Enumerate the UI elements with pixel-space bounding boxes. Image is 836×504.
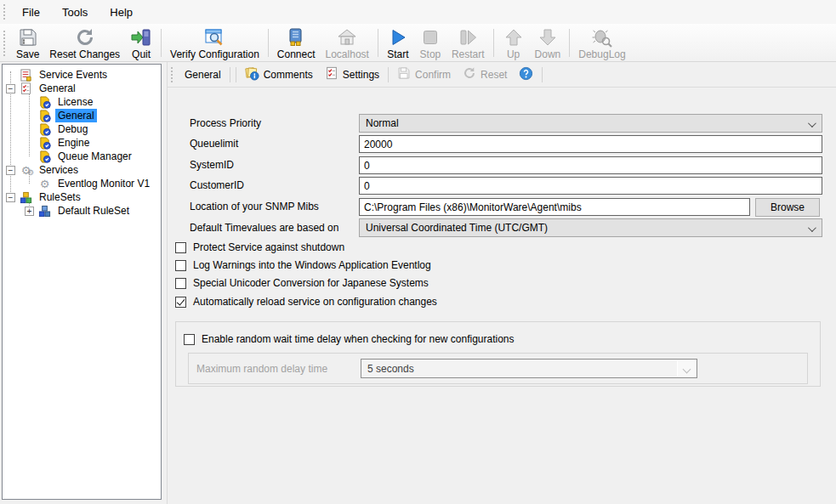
connect-button[interactable]: Connect [272, 25, 321, 61]
checkbox-icon[interactable] [175, 242, 186, 253]
menu-tools[interactable]: Tools [51, 0, 99, 24]
snmp-mibs-label: Location of your SNMP Mibs [190, 197, 319, 216]
save-button[interactable]: Save [11, 25, 44, 61]
menu-bar: File Tools Help [0, 0, 836, 24]
random-delay-inner-panel: Maximum random delay time 5 seconds [188, 353, 808, 384]
agent-check-icon [38, 110, 51, 122]
config-tree: Service Events − General License General [2, 64, 162, 500]
checkbox-icon[interactable] [175, 278, 186, 289]
tab-general[interactable]: General [179, 62, 227, 87]
toolbar-separator [268, 29, 269, 57]
help-button[interactable] [513, 62, 539, 87]
agent-check-icon [38, 137, 51, 150]
tree-item-default-ruleset[interactable]: + Default RuleSet [25, 204, 132, 218]
reset-arrows-icon [463, 66, 476, 82]
reset-arrows-icon [74, 26, 96, 48]
collapse-icon[interactable]: − [6, 166, 15, 175]
tab-comments[interactable]: Comments [239, 62, 319, 87]
floppy-disk-icon [397, 66, 411, 82]
toolbar-gripper[interactable] [171, 67, 174, 82]
queuelimit-label: Queuelimit [190, 134, 238, 153]
reset-changes-button[interactable]: Reset Changes [44, 25, 125, 61]
secondary-toolbar: General Comments Settings [168, 62, 836, 88]
exit-door-icon [130, 26, 152, 48]
snmp-mibs-field[interactable] [359, 198, 750, 216]
tree-item-engine[interactable]: Engine [38, 136, 92, 150]
debuglog-button[interactable]: DebugLog [573, 25, 630, 61]
toolbar-separator [493, 29, 494, 57]
event-log-icon [20, 69, 32, 82]
tree-item-rulesets[interactable]: − RuleSets [6, 190, 83, 204]
timevalues-select[interactable]: Universal Coordinated Time (UTC/GMT) [359, 218, 822, 237]
collapse-icon[interactable]: − [6, 84, 15, 93]
enable-random-delay-checkbox[interactable]: Enable random wait time delay when check… [184, 332, 515, 346]
unicode-conversion-checkbox[interactable]: Special Unicoder Conversion for Japanese… [175, 276, 429, 290]
checkbox-icon[interactable] [184, 334, 195, 345]
log-warnings-checkbox[interactable]: Log Warnings into the Windows Applicatio… [175, 258, 431, 272]
menu-file[interactable]: File [11, 0, 51, 24]
max-random-delay-select: 5 seconds [361, 359, 697, 378]
agent-check-icon [38, 150, 51, 163]
agent-check-icon [38, 123, 51, 136]
checkbox-icon[interactable] [175, 260, 186, 271]
stop-icon [419, 26, 441, 48]
agent-check-icon [38, 96, 51, 109]
tree-item-general[interactable]: General [38, 109, 97, 122]
tree-item-services[interactable]: − ⚙ ⚙ Services [6, 163, 81, 177]
tree-item-license[interactable]: License [38, 95, 95, 109]
house-icon [336, 26, 358, 48]
localhost-button[interactable]: Localhost [321, 25, 374, 61]
help-icon [519, 66, 533, 83]
tree-item-debug[interactable]: Debug [38, 122, 90, 136]
quit-button[interactable]: Quit [125, 25, 157, 61]
gear-icon: ⚙ [38, 178, 51, 190]
bug-icon [591, 26, 613, 48]
toolbar-gripper[interactable] [3, 31, 7, 56]
tree-connector-line [29, 90, 30, 156]
auto-reload-checkbox[interactable]: Automatically reload service on configur… [175, 295, 437, 309]
cubes-icon [20, 191, 32, 204]
toolbar-separator [569, 29, 570, 57]
toolbar-gripper[interactable] [3, 4, 7, 20]
arrow-down-icon [537, 26, 559, 48]
toolbar-separator [388, 67, 389, 82]
tab-settings[interactable]: Settings [319, 62, 385, 87]
browse-button[interactable]: Browse [755, 198, 820, 217]
tree-item-eventlog-monitor[interactable]: ⚙ Eventlog Monitor V1 [38, 177, 152, 190]
tree-item-service-events[interactable]: Service Events [20, 68, 110, 82]
menu-help[interactable]: Help [99, 0, 144, 24]
verify-configuration-button[interactable]: Verify Configuration [165, 25, 264, 61]
play-icon [387, 26, 409, 48]
protect-service-checkbox[interactable]: Protect Service against shutdown [175, 241, 344, 254]
gears-icon: ⚙ ⚙ [20, 164, 32, 177]
toolbar-separator [542, 67, 543, 82]
toolbar-separator [236, 67, 236, 82]
start-button[interactable]: Start [382, 25, 414, 61]
confirm-button[interactable]: Confirm [391, 62, 457, 87]
down-button[interactable]: Down [530, 25, 566, 61]
process-priority-select[interactable]: Normal [359, 114, 822, 133]
max-random-delay-label: Maximum random delay time [196, 354, 327, 383]
stop-button[interactable]: Stop [414, 25, 446, 61]
toolbar-separator [161, 29, 162, 57]
systemid-field[interactable] [359, 156, 822, 174]
restart-icon [457, 26, 479, 48]
tree-item-general-group[interactable]: − General [6, 82, 78, 95]
chevron-down-icon [808, 224, 816, 232]
verify-window-icon [203, 26, 225, 48]
expand-icon[interactable]: + [25, 207, 34, 216]
collapse-icon[interactable]: − [6, 193, 15, 202]
restart-button[interactable]: Restart [446, 25, 490, 61]
settings-pane: General Comments Settings [167, 62, 836, 504]
queuelimit-field[interactable] [359, 135, 822, 153]
up-button[interactable]: Up [498, 25, 530, 61]
main-toolbar: Save Reset Changes Quit Verify Configura… [0, 24, 836, 62]
app-window: File Tools Help Save Reset Changes Quit [0, 0, 836, 504]
tree-item-queue-manager[interactable]: Queue Manager [38, 150, 134, 163]
checkbox-checked-icon[interactable] [175, 297, 186, 308]
chevron-down-icon [808, 119, 816, 127]
server-icon [285, 26, 307, 48]
systemid-label: SystemID [190, 156, 234, 174]
reset-button[interactable]: Reset [457, 62, 513, 87]
customerid-field[interactable] [359, 177, 822, 195]
